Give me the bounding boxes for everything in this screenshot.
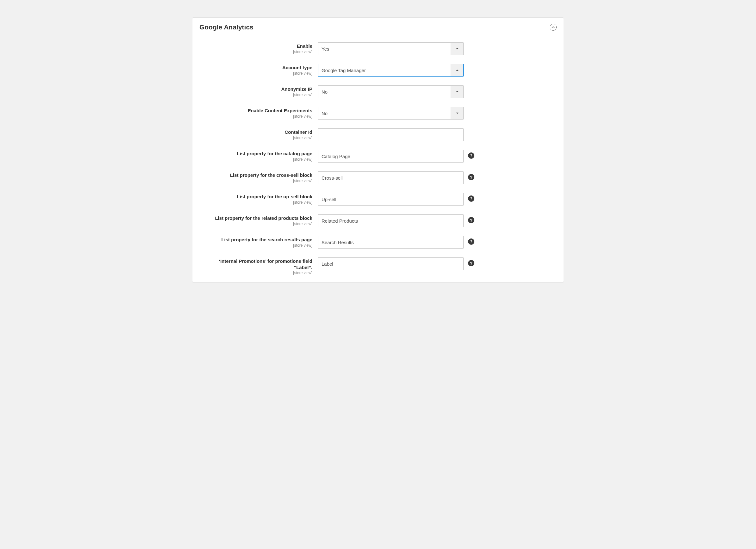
- row-up-sell: List property for the up-sell block [sto…: [199, 193, 557, 206]
- control-col: Search Results: [318, 236, 464, 249]
- field-scope: [store view]: [199, 114, 312, 119]
- label-col: Enable [store view]: [199, 42, 318, 54]
- row-enable: Enable [store view] Yes: [199, 42, 557, 55]
- row-internal-promotions: ‘Internal Promotions’ for promotions fie…: [199, 258, 557, 275]
- help-icon[interactable]: ?: [468, 196, 474, 202]
- label-col: List property for the up-sell block [sto…: [199, 193, 318, 205]
- field-label: Account type: [199, 65, 312, 71]
- help-col: ?: [464, 150, 476, 159]
- enable-select[interactable]: Yes: [318, 42, 464, 55]
- help-col: [464, 107, 476, 109]
- control-col: Up-sell: [318, 193, 464, 206]
- control-col: Related Products: [318, 215, 464, 227]
- google-analytics-panel: Google Analytics Enable [store view] Yes…: [192, 17, 564, 282]
- field-label: List property for the cross-sell block: [199, 172, 312, 178]
- field-scope: [store view]: [199, 71, 312, 76]
- row-search-results: List property for the search results pag…: [199, 236, 557, 249]
- control-col: Label: [318, 258, 464, 270]
- field-label: List property for the catalog page: [199, 151, 312, 157]
- help-col: ?: [464, 172, 476, 180]
- row-catalog-page: List property for the catalog page [stor…: [199, 150, 557, 163]
- field-scope: [store view]: [199, 222, 312, 226]
- panel-title: Google Analytics: [199, 23, 253, 31]
- field-scope: [store view]: [199, 271, 312, 275]
- field-label: Container Id: [199, 129, 312, 135]
- select-caret: [451, 43, 463, 55]
- anonymize-ip-select[interactable]: No: [318, 85, 464, 98]
- control-col: Google Tag Manager: [318, 64, 464, 77]
- caret-down-icon: [456, 90, 459, 93]
- field-scope: [store view]: [199, 179, 312, 183]
- field-label: List property for the up-sell block: [199, 194, 312, 200]
- caret-down-icon: [456, 112, 459, 115]
- field-scope: [store view]: [199, 136, 312, 140]
- field-scope: [store view]: [199, 50, 312, 54]
- help-col: ?: [464, 215, 476, 223]
- content-experiments-select[interactable]: No: [318, 107, 464, 120]
- help-icon[interactable]: ?: [468, 239, 474, 245]
- related-products-input[interactable]: Related Products: [318, 215, 464, 227]
- field-label: Enable Content Experiments: [199, 108, 312, 114]
- collapse-toggle[interactable]: [550, 24, 557, 31]
- container-id-input[interactable]: [318, 128, 464, 141]
- label-col: List property for the cross-sell block […: [199, 172, 318, 183]
- input-value: Related Products: [322, 218, 358, 224]
- input-value: Catalog Page: [322, 154, 350, 159]
- panel-header: Google Analytics: [199, 23, 557, 31]
- input-value: Up-sell: [322, 197, 336, 202]
- help-col: [464, 128, 476, 131]
- help-col: ?: [464, 258, 476, 266]
- control-col: Yes: [318, 42, 464, 55]
- field-scope: [store view]: [199, 157, 312, 162]
- control-col: [318, 128, 464, 141]
- field-label: Enable: [199, 43, 312, 49]
- row-cross-sell: List property for the cross-sell block […: [199, 172, 557, 184]
- catalog-page-input[interactable]: Catalog Page: [318, 150, 464, 163]
- label-col: Anonymize IP [store view]: [199, 85, 318, 97]
- help-col: [464, 64, 476, 66]
- internal-promotions-input[interactable]: Label: [318, 258, 464, 270]
- label-col: ‘Internal Promotions’ for promotions fie…: [199, 258, 318, 275]
- row-content-experiments: Enable Content Experiments [store view] …: [199, 107, 557, 120]
- select-caret: [451, 64, 463, 76]
- search-results-input[interactable]: Search Results: [318, 236, 464, 249]
- field-label: List property for the related products b…: [199, 215, 312, 222]
- select-value: Google Tag Manager: [318, 68, 451, 73]
- field-label: List property for the search results pag…: [199, 237, 312, 243]
- field-label: Anonymize IP: [199, 86, 312, 92]
- label-col: Enable Content Experiments [store view]: [199, 107, 318, 119]
- help-col: [464, 42, 476, 45]
- row-account-type: Account type [store view] Google Tag Man…: [199, 64, 557, 77]
- chevron-up-icon: [552, 26, 555, 29]
- input-value: Cross-sell: [322, 175, 343, 181]
- field-scope: [store view]: [199, 93, 312, 97]
- label-col: Container Id [store view]: [199, 128, 318, 140]
- help-col: ?: [464, 236, 476, 245]
- row-anonymize-ip: Anonymize IP [store view] No: [199, 85, 557, 98]
- label-col: List property for the catalog page [stor…: [199, 150, 318, 162]
- select-value: Yes: [318, 46, 451, 52]
- cross-sell-input[interactable]: Cross-sell: [318, 172, 464, 184]
- help-icon[interactable]: ?: [468, 153, 474, 159]
- help-icon[interactable]: ?: [468, 174, 474, 180]
- help-col: ?: [464, 193, 476, 202]
- select-caret: [451, 86, 463, 98]
- field-scope: [store view]: [199, 243, 312, 248]
- label-col: List property for the related products b…: [199, 215, 318, 226]
- caret-down-icon: [456, 47, 459, 50]
- help-icon[interactable]: ?: [468, 260, 474, 266]
- input-value: Search Results: [322, 240, 354, 245]
- input-value: Label: [322, 261, 333, 267]
- caret-up-icon: [456, 69, 459, 72]
- up-sell-input[interactable]: Up-sell: [318, 193, 464, 206]
- field-label: ‘Internal Promotions’ for promotions fie…: [199, 258, 312, 271]
- help-col: [464, 85, 476, 88]
- field-scope: [store view]: [199, 200, 312, 205]
- control-col: No: [318, 107, 464, 120]
- account-type-select[interactable]: Google Tag Manager: [318, 64, 464, 77]
- help-icon[interactable]: ?: [468, 217, 474, 223]
- row-container-id: Container Id [store view]: [199, 128, 557, 141]
- label-col: List property for the search results pag…: [199, 236, 318, 248]
- select-value: No: [318, 89, 451, 95]
- label-col: Account type [store view]: [199, 64, 318, 76]
